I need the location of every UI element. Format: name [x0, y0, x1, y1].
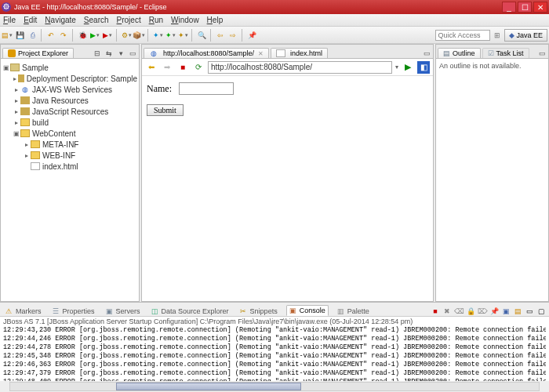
- minimize-bottom-icon[interactable]: ▭: [525, 307, 534, 316]
- view-menu-icon[interactable]: ▾: [116, 49, 125, 58]
- servers-icon: ▣: [106, 307, 114, 315]
- tree-item[interactable]: build: [32, 118, 49, 127]
- tab-servers[interactable]: ▣Servers: [104, 307, 143, 316]
- new-server-icon[interactable]: ⚙: [121, 30, 132, 41]
- name-input[interactable]: [179, 82, 234, 95]
- tab-markers[interactable]: ⚠Markers: [3, 307, 44, 316]
- scroll-lock-icon[interactable]: 🔒: [466, 307, 475, 316]
- nav-fwd-icon[interactable]: ⇨: [227, 30, 238, 41]
- quick-access-input[interactable]: [435, 30, 490, 41]
- tree-item[interactable]: WebContent: [32, 129, 75, 138]
- minimize-view-icon[interactable]: ▭: [537, 49, 547, 58]
- console-icon: ▣: [289, 307, 297, 314]
- console-output[interactable]: 12:29:43,230 ERROR [org.jboss.remoting.r…: [0, 326, 549, 381]
- close-button[interactable]: ✕: [533, 2, 547, 13]
- terminate-icon[interactable]: ■: [431, 307, 440, 316]
- maximize-editor-icon[interactable]: ▭: [422, 49, 431, 58]
- tab-console[interactable]: ▣Console: [286, 305, 329, 316]
- console-line: 12:29:44,278 ERROR [org.jboss.remoting.r…: [3, 343, 546, 352]
- pin-console-icon[interactable]: 📌: [489, 307, 499, 316]
- package-icon[interactable]: 📦: [133, 30, 144, 41]
- file-icon: [276, 49, 285, 57]
- browser-content: Name: Submit: [142, 76, 433, 301]
- nav-back-icon[interactable]: ⇦: [215, 30, 226, 41]
- markers-icon: ⚠: [5, 307, 13, 315]
- redo-icon[interactable]: ↷: [58, 30, 69, 41]
- close-tab-icon[interactable]: ✕: [258, 50, 264, 57]
- menu-window[interactable]: Window: [171, 16, 199, 24]
- perspective-javaee[interactable]: ◆ Java EE: [504, 29, 547, 42]
- new-icon[interactable]: ▤: [2, 30, 13, 41]
- search-icon[interactable]: 🔍: [196, 30, 207, 41]
- tree-item[interactable]: Deployment Descriptor: Sample: [27, 74, 137, 83]
- pin-icon[interactable]: 📌: [246, 30, 257, 41]
- link-editor-icon[interactable]: ⇆: [104, 49, 114, 58]
- maximize-bottom-icon[interactable]: ▢: [536, 307, 546, 316]
- wizard3-icon[interactable]: ✦: [177, 30, 188, 41]
- tree-item[interactable]: JavaScript Resources: [32, 107, 108, 116]
- tree-root[interactable]: Sample: [22, 64, 49, 72]
- menu-file[interactable]: File: [3, 16, 16, 24]
- outline-message: An outline is not available.: [436, 59, 548, 301]
- save-all-icon[interactable]: ⎙: [27, 30, 38, 41]
- tasklist-icon: ☑: [488, 49, 494, 57]
- menu-project[interactable]: Project: [117, 16, 141, 24]
- console-line: 12:29:45,348 ERROR [org.jboss.remoting.r…: [3, 352, 546, 361]
- open-perspective-icon[interactable]: ⊞: [492, 30, 503, 41]
- browser-forward-icon[interactable]: ➡: [161, 61, 173, 74]
- menu-run[interactable]: Run: [149, 16, 163, 24]
- editor-tab-label: http://localhost:8080/Sample/: [163, 49, 254, 57]
- address-dropdown-icon[interactable]: ▾: [395, 64, 398, 71]
- tree-item[interactable]: JAX-WS Web Services: [32, 85, 112, 94]
- tab-snippets[interactable]: ✂Snippets: [238, 307, 280, 316]
- menu-navigate[interactable]: Navigate: [45, 16, 75, 24]
- tree-item[interactable]: Java Resources: [32, 96, 89, 105]
- console-line: 12:29:44,246 ERROR [org.jboss.remoting.r…: [3, 335, 546, 343]
- tab-properties[interactable]: ☰Properties: [50, 307, 97, 316]
- wizard2-icon[interactable]: ✦: [165, 30, 176, 41]
- tasklist-tab[interactable]: ☑ Task List: [482, 48, 529, 58]
- menu-help[interactable]: Help: [207, 16, 224, 24]
- display-console-icon[interactable]: ▣: [501, 307, 511, 316]
- maximize-button[interactable]: ☐: [518, 2, 532, 13]
- tree-item[interactable]: WEB-INF: [42, 151, 75, 160]
- editor-tab-browser[interactable]: ◍ http://localhost:8080/Sample/ ✕: [144, 48, 269, 58]
- browser-toolbar: ⬅ ➡ ■ ⟳ http://localhost:8080/Sample/ ▾ …: [142, 59, 433, 76]
- outline-tab[interactable]: ▤ Outline: [438, 48, 481, 58]
- perspective-label: Java EE: [516, 31, 543, 39]
- editor-tab-index[interactable]: index.html: [271, 48, 328, 58]
- tree-item[interactable]: META-INF: [42, 140, 78, 149]
- browser-menu-icon[interactable]: ◧: [417, 61, 430, 74]
- minimize-view-icon[interactable]: ▭: [128, 49, 137, 58]
- browser-stop-icon[interactable]: ■: [176, 61, 189, 74]
- tab-datasource[interactable]: ◫Data Source Explorer: [149, 307, 231, 316]
- remove-all-icon[interactable]: ⌫: [454, 307, 464, 316]
- run-ext-icon[interactable]: ▶: [102, 30, 113, 41]
- folder-icon: [31, 140, 40, 148]
- outline-panel: ▤ Outline ☑ Task List ▭ An outline is no…: [435, 44, 549, 302]
- open-console-icon[interactable]: ▤: [513, 307, 522, 316]
- undo-icon[interactable]: ↶: [45, 30, 56, 41]
- wizard-icon[interactable]: ✦: [152, 30, 163, 41]
- project-tree[interactable]: ▣Sample ▸Deployment Descriptor: Sample ▸…: [1, 59, 139, 301]
- clear-console-icon[interactable]: ⌦: [478, 307, 487, 316]
- tab-palette[interactable]: ▥Palette: [335, 307, 372, 316]
- save-icon[interactable]: 💾: [14, 30, 25, 41]
- submit-button[interactable]: Submit: [147, 104, 184, 116]
- console-scrollbar[interactable]: [0, 381, 549, 392]
- address-bar[interactable]: http://localhost:8080/Sample/: [208, 61, 392, 74]
- editor-tab-label: index.html: [290, 49, 322, 57]
- browser-back-icon[interactable]: ⬅: [145, 61, 158, 74]
- debug-icon[interactable]: 🐞: [77, 30, 88, 41]
- properties-icon: ☰: [53, 307, 60, 315]
- menu-search[interactable]: Search: [84, 16, 109, 24]
- collapse-all-icon[interactable]: ⊟: [93, 49, 102, 58]
- minimize-button[interactable]: _: [502, 2, 516, 13]
- menu-edit[interactable]: Edit: [24, 16, 37, 24]
- run-icon[interactable]: ▶: [89, 30, 100, 41]
- tree-item[interactable]: index.html: [42, 162, 78, 171]
- project-explorer-tab[interactable]: Project Explorer: [2, 48, 74, 58]
- go-icon[interactable]: ▶: [402, 61, 414, 74]
- browser-refresh-icon[interactable]: ⟳: [192, 61, 205, 74]
- remove-launch-icon[interactable]: ✖: [442, 307, 452, 316]
